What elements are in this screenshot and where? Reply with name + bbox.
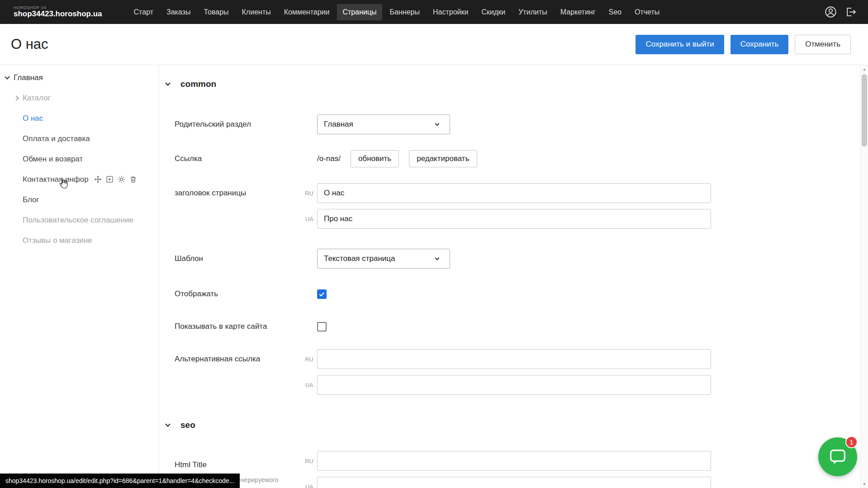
nav-item-clients[interactable]: Клиенты bbox=[237, 4, 276, 20]
sidebar-item-store-reviews[interactable]: Отзывы о магазине bbox=[0, 230, 159, 251]
nav-item-products[interactable]: Товары bbox=[199, 4, 234, 20]
save-button[interactable]: Сохранить bbox=[730, 35, 788, 54]
sidebar-item-user-agreement[interactable]: Пользовательское соглашение bbox=[0, 210, 159, 230]
sidebar-item-label: Отзывы о магазине bbox=[23, 236, 92, 245]
page-title-label: заголовок страницы bbox=[175, 183, 317, 203]
html-title-inputs: RU UA bbox=[317, 451, 711, 488]
parent-section-label: Родительский раздел bbox=[175, 120, 317, 129]
lang-badge-ua: UA bbox=[300, 483, 313, 488]
page-title-ru-input[interactable] bbox=[317, 183, 711, 203]
page-title-ru-wrap: RU bbox=[317, 183, 711, 203]
lang-badge-ru: RU bbox=[300, 356, 313, 363]
sidebar-item-blog[interactable]: Блог bbox=[0, 190, 159, 210]
sidebar-item-label: Каталог bbox=[23, 94, 51, 103]
topbar: HOROSHOP V4 shop34423.horoshop.ua Старт … bbox=[0, 0, 868, 24]
chevron-down-icon bbox=[435, 256, 440, 261]
template-value: Текстовая страница bbox=[324, 254, 395, 263]
page-title-row: заголовок страницы RU UA bbox=[166, 183, 868, 229]
move-icon[interactable] bbox=[94, 175, 102, 183]
html-title-ru-input[interactable] bbox=[317, 451, 711, 471]
page-header: О нас Сохранить и выйти Сохранить Отмени… bbox=[0, 24, 868, 65]
user-account-icon[interactable] bbox=[825, 6, 837, 18]
lang-badge-ru: RU bbox=[300, 458, 313, 464]
alt-link-inputs: RU UA bbox=[317, 349, 711, 395]
nav-item-utilities[interactable]: Утилиты bbox=[513, 4, 553, 20]
template-label: Шаблон bbox=[175, 254, 317, 263]
nav-item-orders[interactable]: Заказы bbox=[161, 4, 196, 20]
parent-section-select[interactable]: Главная bbox=[317, 114, 450, 134]
html-title-label: Html Title bbox=[175, 460, 207, 469]
scroll-down-arrow[interactable]: ▼ bbox=[861, 480, 868, 488]
section-seo[interactable]: seo bbox=[166, 420, 868, 430]
nav-item-comments[interactable]: Комментарии bbox=[279, 4, 335, 20]
chat-unread-badge: 1 bbox=[845, 436, 858, 448]
sidebar-item-label: Пользовательское соглашение bbox=[23, 216, 133, 225]
sidebar-item-contact-info[interactable]: Контактная инфор bbox=[0, 169, 159, 190]
chevron-right-icon[interactable] bbox=[14, 95, 19, 100]
vertical-scrollbar[interactable]: ▲ ▼ bbox=[860, 66, 868, 488]
link-status-tooltip: shop34423.horoshop.ua/edit/edit.php?id=6… bbox=[0, 474, 240, 488]
sidebar-item-exchange-return[interactable]: Обмен и возврат bbox=[0, 149, 159, 169]
link-control: /o-nas/ обновить редактировать bbox=[317, 150, 477, 167]
link-edit-button[interactable]: редактировать bbox=[409, 150, 477, 167]
sidebar-item-payment-delivery[interactable]: Оплата и доставка bbox=[0, 128, 159, 149]
template-row: Шаблон Текстовая страница bbox=[166, 249, 868, 269]
lang-badge-ua: UA bbox=[300, 382, 313, 389]
save-and-exit-button[interactable]: Сохранить и выйти bbox=[636, 35, 724, 54]
sidebar-item-catalog[interactable]: Каталог bbox=[0, 88, 159, 108]
sidebar-item-home[interactable]: Главная bbox=[0, 67, 159, 88]
section-common[interactable]: common bbox=[166, 79, 868, 89]
tree-item-actions bbox=[94, 175, 137, 183]
sidebar-item-label: Блог bbox=[23, 195, 39, 204]
alt-link-ua-input[interactable] bbox=[317, 375, 711, 395]
settings-gear-icon[interactable] bbox=[118, 175, 125, 183]
display-checkbox[interactable] bbox=[317, 289, 327, 299]
header-actions: Сохранить и выйти Сохранить Отменить bbox=[636, 35, 851, 54]
alt-link-ru-input[interactable] bbox=[317, 349, 711, 369]
alt-link-label: Альтернативная ссылка bbox=[175, 349, 317, 369]
page-title-ua-input[interactable] bbox=[317, 209, 711, 229]
sitemap-checkbox[interactable] bbox=[317, 322, 327, 332]
sidebar-item-label: Контактная инфор bbox=[23, 175, 89, 184]
nav-item-start[interactable]: Старт bbox=[128, 4, 159, 20]
main-layout: Главная Каталог О нас Оплата и доставка … bbox=[0, 65, 868, 488]
add-icon[interactable] bbox=[106, 175, 114, 183]
nav-item-pages[interactable]: Страницы bbox=[337, 4, 382, 20]
cancel-button[interactable]: Отменить bbox=[795, 35, 851, 54]
link-label: Ссылка bbox=[175, 154, 317, 163]
chevron-down-icon[interactable] bbox=[5, 74, 9, 79]
alt-link-ru-wrap: RU bbox=[317, 349, 711, 369]
html-title-ru-wrap: RU bbox=[317, 451, 711, 471]
brand-logo[interactable]: HOROSHOP V4 shop34423.horoshop.ua bbox=[14, 6, 102, 18]
sitemap-row: Показывать в карте сайта bbox=[166, 321, 868, 332]
link-path: /o-nas/ bbox=[317, 154, 341, 163]
nav-item-reports[interactable]: Отчеты bbox=[629, 4, 665, 20]
sidebar-item-label: Главная bbox=[14, 73, 43, 82]
template-select[interactable]: Текстовая страница bbox=[317, 249, 450, 269]
html-title-row: Html Title Полная замена title, генериру… bbox=[166, 451, 868, 488]
scrollbar-thumb[interactable] bbox=[862, 74, 867, 147]
nav-item-banners[interactable]: Баннеры bbox=[384, 4, 425, 20]
nav-item-seo[interactable]: Seo bbox=[603, 4, 627, 20]
alt-link-row: Альтернативная ссылка RU UA bbox=[166, 349, 868, 395]
html-title-ua-input[interactable] bbox=[317, 477, 711, 488]
delete-trash-icon[interactable] bbox=[129, 175, 137, 183]
scroll-up-arrow[interactable]: ▲ bbox=[861, 66, 868, 73]
sidebar-item-label: Обмен и возврат bbox=[23, 155, 83, 164]
sidebar-item-about[interactable]: О нас bbox=[0, 108, 159, 128]
section-seo-label: seo bbox=[180, 420, 195, 430]
nav-item-discounts[interactable]: Скидки bbox=[476, 4, 511, 20]
link-refresh-button[interactable]: обновить bbox=[351, 150, 399, 167]
chat-bubble-icon bbox=[827, 446, 848, 467]
link-row: Ссылка /o-nas/ обновить редактировать bbox=[166, 150, 868, 168]
sidebar-item-label: Оплата и доставка bbox=[23, 134, 90, 143]
nav-item-marketing[interactable]: Маркетинг bbox=[555, 4, 601, 20]
chat-widget-button[interactable]: 1 bbox=[818, 437, 857, 476]
brand-domain: shop34423.horoshop.ua bbox=[14, 10, 102, 18]
page-title-inputs: RU UA bbox=[317, 183, 711, 229]
chevron-down-icon bbox=[435, 122, 440, 126]
logout-icon[interactable] bbox=[845, 6, 856, 18]
parent-section-row: Родительский раздел Главная bbox=[166, 114, 868, 134]
parent-section-value: Главная bbox=[324, 120, 353, 129]
nav-item-settings[interactable]: Настройки bbox=[427, 4, 474, 20]
